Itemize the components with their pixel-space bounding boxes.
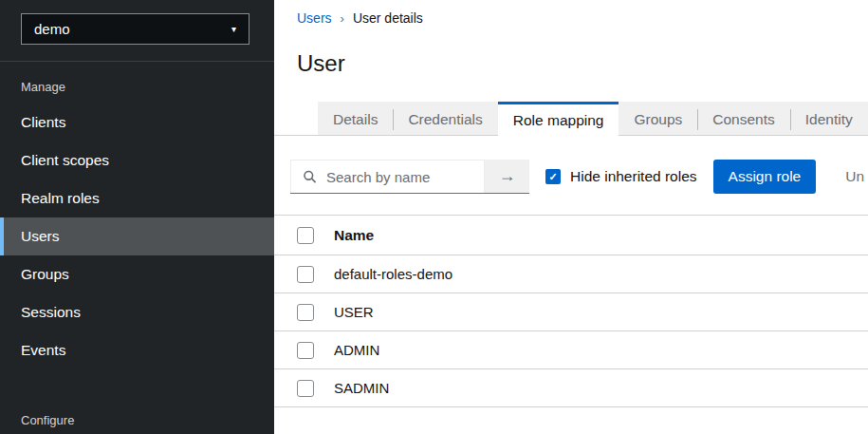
assign-role-button[interactable]: Assign role	[713, 160, 817, 194]
table-row: SADMIN	[274, 369, 868, 407]
row-checkbox[interactable]	[297, 266, 314, 283]
tab-identity[interactable]: Identity	[790, 102, 868, 135]
role-name: ADMIN	[334, 331, 868, 369]
arrow-right-icon: →	[499, 166, 516, 186]
role-mapping-table: Name default-roles-demo USER ADMIN	[274, 215, 868, 407]
role-name: USER	[334, 293, 868, 331]
row-checkbox[interactable]	[297, 304, 314, 321]
main-content: Users › User details User Details Creden…	[274, 0, 868, 434]
checkbox-checked-icon[interactable]: ✓	[545, 169, 561, 184]
sidebar-item-users[interactable]: Users	[0, 217, 274, 255]
sidebar-divider	[0, 61, 274, 62]
sidebar-item-groups[interactable]: Groups	[0, 255, 274, 293]
name-column-header: Name	[334, 216, 868, 255]
caret-down-icon: ▾	[231, 25, 236, 34]
tab-consents[interactable]: Consents	[697, 102, 789, 135]
page-title: User	[297, 50, 868, 77]
row-checkbox[interactable]	[297, 342, 314, 359]
realm-selector-value: demo	[34, 21, 70, 37]
tab-role-mapping[interactable]: Role mapping	[498, 102, 619, 137]
breadcrumb-link-users[interactable]: Users	[297, 10, 332, 26]
sidebar-item-client-scopes[interactable]: Client scopes	[0, 142, 274, 179]
row-checkbox[interactable]	[297, 380, 314, 397]
role-name: SADMIN	[334, 369, 868, 407]
breadcrumb: Users › User details	[274, 0, 868, 26]
hide-inherited-roles-label: Hide inherited roles	[570, 168, 697, 185]
table-row: USER	[274, 293, 868, 331]
realm-selector-dropdown[interactable]: demo ▾	[21, 13, 249, 45]
tab-bar: Details Credentials Role mapping Groups …	[274, 102, 868, 136]
unassign-button[interactable]: Un	[845, 168, 864, 185]
search-input[interactable]	[291, 160, 484, 193]
sidebar-nav: Clients Client scopes Realm roles Users …	[0, 104, 274, 369]
search-group: →	[290, 160, 529, 194]
sidebar-item-sessions[interactable]: Sessions	[0, 293, 274, 331]
search-box	[290, 160, 485, 193]
table-row: default-roles-demo	[274, 255, 868, 293]
search-icon	[303, 170, 317, 184]
sidebar: demo ▾ Manage Clients Client scopes Real…	[0, 0, 274, 434]
role-name: default-roles-demo	[334, 255, 868, 293]
sidebar-item-events[interactable]: Events	[0, 331, 274, 369]
sidebar-item-clients[interactable]: Clients	[0, 104, 274, 142]
search-submit-button[interactable]: →	[485, 160, 529, 193]
table-row: ADMIN	[274, 331, 868, 369]
select-all-checkbox[interactable]	[297, 227, 314, 244]
keycloak-admin-console: demo ▾ Manage Clients Client scopes Real…	[0, 0, 868, 434]
table-header-row: Name	[274, 216, 868, 255]
chevron-right-icon: ›	[341, 11, 344, 26]
role-mapping-toolbar: → ✓ Hide inherited roles Assign role Un	[274, 160, 868, 194]
tab-groups[interactable]: Groups	[619, 102, 697, 135]
hide-inherited-roles-toggle[interactable]: ✓ Hide inherited roles	[545, 168, 697, 185]
tab-details[interactable]: Details	[318, 102, 393, 135]
breadcrumb-current: User details	[353, 10, 423, 26]
nav-section-manage: Manage	[21, 80, 274, 94]
sidebar-item-realm-roles[interactable]: Realm roles	[0, 179, 274, 217]
tab-credentials[interactable]: Credentials	[393, 102, 497, 135]
nav-section-configure: Configure	[21, 413, 274, 427]
